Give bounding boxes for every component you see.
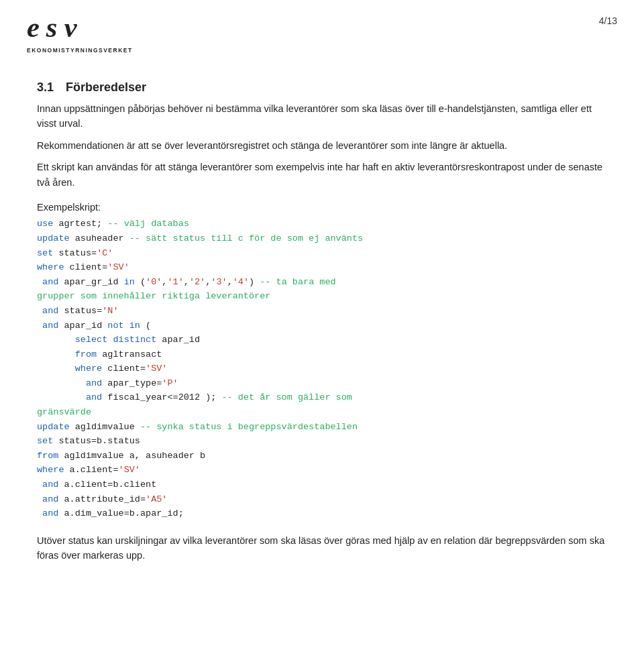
- section-title: Förberedelser: [66, 80, 146, 95]
- code-block: use agrtest; -- välj databas update asuh…: [37, 217, 607, 520]
- code-line-9: select distinct apar_id: [37, 333, 607, 347]
- footer-paragraph: Utöver status kan urskiljningar av vilka…: [37, 533, 607, 563]
- section-number: 3.1: [37, 80, 54, 95]
- code-line-20: and a.attribute_id='A5': [37, 492, 607, 507]
- code-line-10: from agltransact: [37, 347, 607, 362]
- main-content: 3.1 Förberedelser Innan uppsättningen på…: [0, 60, 644, 583]
- intro-paragraph-1: Innan uppsättningen påbörjas behöver ni …: [37, 101, 607, 131]
- page-number: 4/13: [599, 12, 617, 26]
- code-line-18: where a.client='SV': [37, 463, 607, 478]
- code-label: Exempelskript:: [37, 202, 607, 213]
- org-name: EKONOMISTYRNINGSVERKET: [27, 47, 133, 54]
- code-line-16: set status=b.status: [37, 434, 607, 449]
- intro-paragraph-2: Rekommendationen är att se över leverant…: [37, 138, 607, 153]
- code-line-4: where client='SV': [37, 260, 607, 275]
- page-container: e s v EKONOMISTYRNINGSVERKET 4/13 3.1 Fö…: [0, 0, 644, 668]
- code-line-15: update agldimvalue -- synka status i beg…: [37, 420, 607, 435]
- code-line-19: and a.client=b.client: [37, 478, 607, 492]
- svg-text:v: v: [64, 12, 78, 43]
- code-line-8: and apar_id not in (: [37, 319, 607, 333]
- code-line-3: set status='C': [37, 246, 607, 261]
- code-line-5: and apar_gr_id in ('0','1','2','3','4') …: [37, 275, 607, 290]
- logo-area: e s v EKONOMISTYRNINGSVERKET: [27, 12, 133, 54]
- code-line-13: and fiscal_year<=2012 ); -- det år som g…: [37, 390, 607, 405]
- code-line-21: and a.dim_value=b.apar_id;: [37, 506, 607, 521]
- code-line-6: grupper som innehåller riktiga leverantö…: [37, 289, 607, 304]
- svg-text:e: e: [27, 12, 40, 43]
- svg-text:s: s: [46, 12, 58, 43]
- code-line-14: gränsvärde: [37, 405, 607, 420]
- code-line-1: use agrtest; -- välj databas: [37, 217, 607, 231]
- section-heading: 3.1 Förberedelser: [37, 80, 607, 95]
- code-line-17: from agldimvalue a, asuheader b: [37, 449, 607, 463]
- page-header: e s v EKONOMISTYRNINGSVERKET 4/13: [0, 0, 644, 60]
- code-line-11: where client='SV': [37, 361, 607, 376]
- code-line-12: and apar_type='P': [37, 376, 607, 391]
- code-line-7: and status='N': [37, 304, 607, 319]
- intro-paragraph-3: Ett skript kan användas för att stänga l…: [37, 160, 607, 190]
- esv-logo: e s v: [27, 12, 87, 46]
- code-line-2: update asuheader -- sätt status till c f…: [37, 231, 607, 246]
